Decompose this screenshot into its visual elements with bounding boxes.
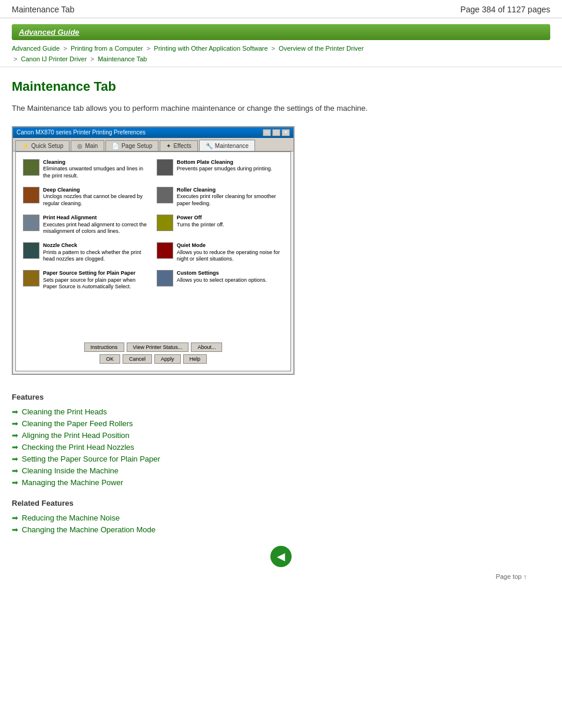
dialog-spacer: [21, 293, 286, 340]
intro-text: The Maintenance tab allows you to perfor…: [12, 103, 550, 114]
dialog-title: Canon MX870 series Printer Printing Pref…: [16, 129, 146, 136]
arrow-icon-9: ➡: [12, 525, 18, 534]
arrow-icon-6: ➡: [12, 466, 18, 475]
apply-button[interactable]: Apply: [154, 354, 181, 364]
link-setting-paper-source[interactable]: ➡ Setting the Paper Source for Plain Pap…: [12, 454, 550, 463]
power-off-icon: [157, 215, 173, 231]
breadcrumb-canon-ij[interactable]: Canon IJ Printer Driver: [21, 55, 87, 62]
tab-page-setup[interactable]: 📄 Page Setup: [105, 140, 158, 151]
breadcrumb: Advanced Guide > Printing from a Compute…: [0, 40, 562, 67]
dialog-item-bottom-plate: Bottom Plate Cleaning Prevents paper smu…: [154, 157, 286, 182]
breadcrumb-printing-other[interactable]: Printing with Other Application Software: [154, 45, 267, 52]
breadcrumb-advanced-guide[interactable]: Advanced Guide: [12, 45, 59, 52]
close-button[interactable]: ✕: [282, 129, 290, 136]
dialog-screenshot: Canon MX870 series Printer Printing Pref…: [12, 126, 295, 375]
dialog-items-grid: Cleaning Eliminates unwanted smudges and…: [21, 157, 286, 293]
roller-cleaning-icon: [157, 187, 173, 203]
page-header: Maintenance Tab Page 384 of 1127 pages: [0, 0, 562, 18]
cleaning-icon: [23, 159, 39, 176]
minimize-button[interactable]: ─: [263, 129, 271, 136]
dialog-item-paper-source: Paper Source Setting for Plain Paper Set…: [21, 268, 152, 293]
link-cleaning-inside[interactable]: ➡ Cleaning Inside the Machine: [12, 466, 550, 475]
arrow-icon-2: ➡: [12, 419, 18, 428]
help-button[interactable]: Help: [183, 354, 207, 364]
breadcrumb-maintenance-tab[interactable]: Maintenance Tab: [98, 55, 147, 62]
page-top-area: Page top ↑: [12, 573, 550, 580]
tab-effects[interactable]: ✦ Effects: [160, 140, 197, 151]
dialog-item-power-off: Power Off Turns the printer off.: [154, 212, 286, 238]
tab-quick-setup[interactable]: ⚡ Quick Setup: [15, 140, 70, 151]
dialog-titlebar: Canon MX870 series Printer Printing Pref…: [13, 127, 293, 138]
tab-maintenance[interactable]: 🔧 Maintenance: [199, 140, 255, 151]
link-reducing-noise[interactable]: ➡ Reducing the Machine Noise: [12, 513, 550, 522]
back-button[interactable]: ◀: [270, 546, 292, 567]
head-alignment-icon: [23, 215, 39, 231]
breadcrumb-overview[interactable]: Overview of the Printer Driver: [279, 45, 363, 52]
dialog-item-deep-cleaning: Deep Cleaning Unclogs nozzles that canno…: [21, 185, 152, 210]
bottom-plate-icon: [157, 159, 173, 176]
dialog-titlebar-buttons: ─ □ ✕: [263, 129, 290, 136]
dialog-item-custom-settings: Custom Settings Allows you to select ope…: [154, 268, 286, 293]
related-features-title: Related Features: [12, 499, 550, 508]
paper-source-icon: [23, 270, 39, 286]
banner-label: Advanced Guide: [19, 28, 80, 37]
dialog-tabs: ⚡ Quick Setup ◎ Main 📄 Page Setup ✦ Effe…: [13, 138, 293, 151]
about-button[interactable]: About...: [191, 342, 222, 352]
dialog-item-quiet-mode: Quiet Mode Allows you to reduce the oper…: [154, 240, 286, 265]
page-title: Maintenance Tab: [12, 79, 550, 94]
arrow-icon-1: ➡: [12, 407, 18, 416]
dialog-item-cleaning: Cleaning Eliminates unwanted smudges and…: [21, 157, 152, 182]
ok-button[interactable]: OK: [100, 354, 120, 364]
main-content: Maintenance Tab The Maintenance tab allo…: [0, 67, 562, 592]
dialog-item-head-alignment: Print Head Alignment Executes print head…: [21, 212, 152, 238]
arrow-icon-8: ➡: [12, 513, 18, 522]
cancel-button[interactable]: Cancel: [123, 354, 152, 364]
features-title: Features: [12, 393, 550, 401]
header-title: Maintenance Tab: [12, 5, 74, 14]
link-changing-operation-mode[interactable]: ➡ Changing the Machine Operation Mode: [12, 525, 550, 534]
link-cleaning-print-heads[interactable]: ➡ Cleaning the Print Heads: [12, 407, 550, 416]
back-arrow-icon: ◀: [277, 550, 285, 563]
back-area: ◀: [12, 546, 550, 567]
instructions-button[interactable]: Instructions: [84, 342, 124, 352]
tab-main[interactable]: ◎ Main: [71, 140, 104, 151]
maximize-button[interactable]: □: [272, 129, 280, 136]
dialog-footer-buttons: OK Cancel Apply Help: [21, 352, 286, 366]
arrow-icon-5: ➡: [12, 454, 18, 463]
page-top-link[interactable]: Page top ↑: [495, 573, 527, 580]
arrow-icon-3: ➡: [12, 431, 18, 440]
dialog-item-roller-cleaning: Roller Cleaning Executes print roller cl…: [154, 185, 286, 210]
link-aligning-print-head[interactable]: ➡ Aligning the Print Head Position: [12, 431, 550, 440]
deep-cleaning-icon: [23, 187, 39, 203]
quiet-mode-icon: [157, 242, 173, 259]
dialog-item-nozzle-check: Nozzle Check Prints a pattern to check w…: [21, 240, 152, 265]
custom-settings-icon: [157, 270, 173, 286]
features-section: Features ➡ Cleaning the Print Heads ➡ Cl…: [12, 393, 550, 487]
link-checking-nozzles[interactable]: ➡ Checking the Print Head Nozzles: [12, 443, 550, 452]
advanced-guide-banner: Advanced Guide: [12, 24, 550, 40]
dialog-footer-top: Instructions View Printer Status... Abou…: [21, 340, 286, 352]
arrow-icon-7: ➡: [12, 478, 18, 487]
arrow-icon-4: ➡: [12, 443, 18, 452]
view-printer-status-button[interactable]: View Printer Status...: [127, 342, 189, 352]
related-features-section: Related Features ➡ Reducing the Machine …: [12, 499, 550, 534]
nozzle-check-icon: [23, 242, 39, 259]
breadcrumb-printing-computer[interactable]: Printing from a Computer: [71, 45, 143, 52]
dialog-body: Cleaning Eliminates unwanted smudges and…: [15, 151, 291, 371]
header-pagination: Page 384 of 1127 pages: [460, 5, 550, 14]
link-managing-power[interactable]: ➡ Managing the Machine Power: [12, 478, 550, 487]
link-cleaning-feed-rollers[interactable]: ➡ Cleaning the Paper Feed Rollers: [12, 419, 550, 428]
